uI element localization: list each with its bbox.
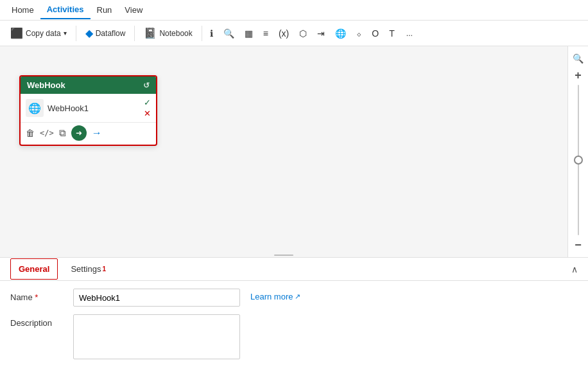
right-zoom-panel: 🔍 + −: [567, 46, 588, 257]
copy-data-button[interactable]: ⬛ Copy data ▾: [5, 24, 72, 42]
webhook-actions: 🗑 </> ⧉ ➜ →: [21, 122, 156, 145]
webhook-card[interactable]: WebHook ↺ 🌐 WebHook1 ✓ ✕ 🗑 </> ⧉ ➜ →: [19, 75, 157, 146]
name-form-row: Name * Learn more ↗: [10, 289, 578, 307]
nav-run[interactable]: Run: [91, 1, 119, 19]
panel-divider[interactable]: [0, 253, 567, 257]
copy-data-dropdown-icon: ▾: [64, 30, 67, 37]
name-required-mark: *: [35, 292, 38, 302]
webhook-header: WebHook ↺: [21, 76, 156, 94]
error-x-icon: ✕: [144, 109, 151, 118]
list-button[interactable]: ≡: [259, 26, 272, 41]
copy-icon[interactable]: ⧉: [59, 127, 66, 139]
webhook-body-icon: 🌐: [26, 99, 44, 117]
bottom-panel: General Settings 1 ∧ Name * Learn more: [0, 257, 588, 367]
description-form-row: Description: [10, 314, 578, 359]
expression-button[interactable]: (x): [275, 26, 293, 41]
table-button[interactable]: ▦: [241, 26, 257, 41]
toolbar-separator-1: [76, 26, 76, 41]
webhook-body: 🌐 WebHook1 ✓ ✕: [21, 94, 156, 122]
description-label: Description: [10, 314, 68, 328]
dataflow-button[interactable]: ◆ Dataflow: [80, 24, 131, 42]
external-link-icon: ↗: [295, 292, 300, 301]
divider-line: [274, 255, 293, 256]
copy-data-label: Copy data: [26, 29, 61, 38]
zoom-in-button[interactable]: +: [571, 68, 585, 82]
arrow-button[interactable]: ⇥: [313, 26, 329, 41]
learn-more-label: Learn more: [250, 292, 293, 301]
name-label: Name *: [10, 289, 68, 302]
info-button[interactable]: ℹ: [206, 26, 217, 41]
more-button[interactable]: ...: [401, 26, 418, 40]
success-check-icon: ✓: [144, 98, 151, 107]
more-label: ...: [406, 29, 413, 38]
export-button[interactable]: ⬦: [352, 26, 365, 41]
connections-button[interactable]: ⬡: [295, 26, 311, 41]
main-container: WebHook ↺ 🌐 WebHook1 ✓ ✕ 🗑 </> ⧉ ➜ →: [0, 46, 588, 367]
dataflow-icon: ◆: [85, 27, 93, 39]
nav-view[interactable]: View: [118, 1, 149, 19]
tab-settings-label: Settings: [71, 264, 101, 274]
teams-button[interactable]: T: [385, 26, 399, 41]
toolbar-separator-3: [202, 26, 202, 41]
collapse-panel-icon[interactable]: ∧: [571, 264, 578, 274]
canvas-search-button[interactable]: 🔍: [571, 51, 585, 66]
refresh-icon[interactable]: ↺: [143, 81, 150, 90]
search-toolbar-button[interactable]: 🔍: [220, 26, 238, 41]
globe-button[interactable]: 🌐: [331, 26, 350, 41]
notebook-label: Notebook: [159, 29, 192, 38]
webhook-node-name: WebHook1: [48, 103, 140, 113]
navigate-arrow-icon[interactable]: →: [92, 127, 102, 139]
dataflow-label: Dataflow: [96, 29, 126, 38]
learn-more-link[interactable]: Learn more ↗: [250, 289, 300, 301]
globe-webhook-icon: 🌐: [28, 102, 41, 114]
copy-data-icon: ⬛: [10, 27, 23, 39]
nav-activities[interactable]: Activities: [40, 1, 91, 19]
tab-bar: General Settings 1 ∧: [0, 258, 588, 281]
tab-general[interactable]: General: [10, 258, 58, 280]
webhook-status-icons: ✓ ✕: [144, 98, 151, 118]
tab-settings[interactable]: Settings 1: [63, 259, 114, 279]
run-arrow-button[interactable]: ➜: [71, 125, 87, 141]
zoom-thumb[interactable]: [574, 156, 583, 165]
panel-form: Name * Learn more ↗ Description: [0, 281, 588, 367]
webhook-title: WebHook: [27, 80, 65, 90]
toolbar-separator-2: [134, 26, 135, 41]
tab-general-label: General: [19, 264, 49, 274]
settings-badge: 1: [102, 265, 106, 273]
notebook-button[interactable]: 📓 Notebook: [139, 24, 197, 42]
code-icon[interactable]: </>: [40, 129, 54, 138]
nav-home[interactable]: Home: [5, 1, 40, 19]
zoom-track: [568, 85, 588, 235]
zoom-out-button[interactable]: −: [571, 238, 585, 252]
top-nav: Home Activities Run View: [0, 0, 588, 21]
delete-icon[interactable]: 🗑: [26, 128, 35, 138]
description-input[interactable]: [73, 314, 240, 359]
toolbar: ⬛ Copy data ▾ ◆ Dataflow 📓 Notebook ℹ 🔍 …: [0, 21, 588, 46]
name-input[interactable]: [73, 289, 240, 307]
canvas-area[interactable]: WebHook ↺ 🌐 WebHook1 ✓ ✕ 🗑 </> ⧉ ➜ →: [0, 46, 588, 257]
notebook-icon: 📓: [144, 27, 157, 39]
outlook-button[interactable]: O: [368, 26, 383, 41]
